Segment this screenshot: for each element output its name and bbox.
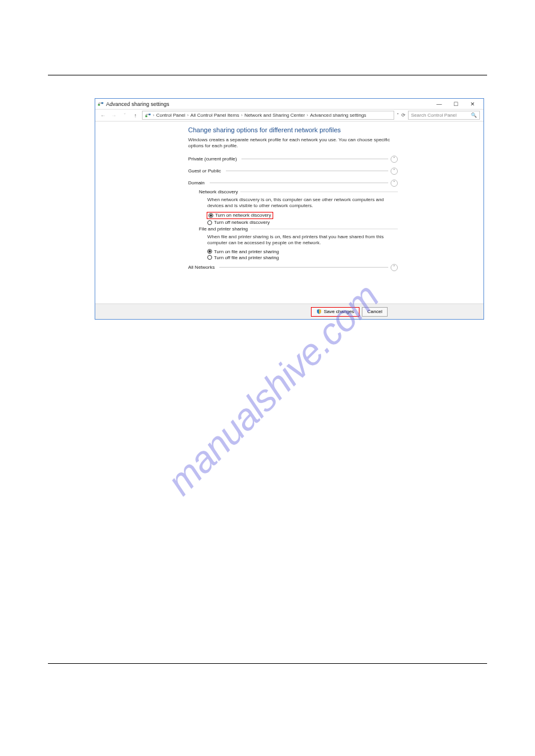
breadcrumb-sep: › <box>187 113 189 118</box>
sub-heading: Network discovery <box>199 189 398 195</box>
breadcrumb-item[interactable]: Advanced sharing settings <box>310 113 367 118</box>
sub-description: When file and printer sharing is on, fil… <box>207 234 398 247</box>
sub-heading-label: File and printer sharing <box>199 226 248 232</box>
save-changes-button[interactable]: Save changes <box>311 307 359 317</box>
breadcrumb-dropdown[interactable]: ˅ <box>397 113 399 118</box>
search-placeholder: Search Control Panel <box>411 113 457 118</box>
recent-dropdown[interactable]: ˅ <box>120 113 129 119</box>
search-input[interactable]: Search Control Panel 🔍 <box>408 111 480 120</box>
section-file-printer-sharing: File and printer sharing When file and p… <box>199 226 398 260</box>
window-advanced-sharing: Advanced sharing settings — ☐ ✕ ← → ˅ ↑ … <box>95 98 484 320</box>
sub-heading-label: Network discovery <box>199 189 238 195</box>
search-icon: 🔍 <box>471 113 477 118</box>
navigation-bar: ← → ˅ ↑ › Control Panel › All Control Pa… <box>95 110 483 122</box>
up-button[interactable]: ↑ <box>131 113 140 119</box>
breadcrumb-sep: › <box>153 113 155 118</box>
profile-label: Domain <box>188 180 205 186</box>
page-heading: Change sharing options for different net… <box>188 126 398 133</box>
profile-label: Private (current profile) <box>188 156 237 162</box>
forward-button[interactable]: → <box>110 113 118 119</box>
radio-label: Turn on file and printer sharing <box>214 249 279 254</box>
content-area: Change sharing options for different net… <box>95 122 483 271</box>
radio-label: Turn off file and printer sharing <box>214 255 279 260</box>
titlebar: Advanced sharing settings — ☐ ✕ <box>95 99 483 110</box>
breadcrumb[interactable]: › Control Panel › All Control Panel Item… <box>142 111 394 120</box>
page-divider-top <box>48 75 487 75</box>
radio-label: Turn off network discovery <box>214 220 270 225</box>
profile-private[interactable]: Private (current profile) ˅ <box>188 156 398 163</box>
radio-icon <box>207 220 212 225</box>
svg-rect-0 <box>98 104 100 106</box>
shield-icon <box>316 309 322 314</box>
divider-line <box>210 183 388 183</box>
breadcrumb-item[interactable]: Network and Sharing Center <box>244 113 305 118</box>
radio-icon <box>207 255 212 260</box>
divider-line <box>241 159 388 159</box>
breadcrumb-item[interactable]: Control Panel <box>156 113 185 118</box>
close-button[interactable]: ✕ <box>464 99 481 109</box>
page-description: Windows creates a separate network profi… <box>188 137 398 150</box>
sub-heading: File and printer sharing <box>199 226 398 232</box>
footer-bar: Save changes Cancel <box>95 303 483 319</box>
profile-label: Guest or Public <box>188 168 221 174</box>
page-divider-bottom <box>48 663 487 664</box>
breadcrumb-icon <box>145 113 151 119</box>
section-network-discovery: Network discovery When network discovery… <box>199 189 398 225</box>
radio-icon <box>207 249 212 254</box>
divider-line <box>250 229 398 229</box>
profile-label: All Networks <box>188 265 214 270</box>
cancel-button[interactable]: Cancel <box>362 307 388 317</box>
button-label: Save changes <box>324 309 354 314</box>
radio-label: Turn on network discovery <box>215 212 271 218</box>
divider-line <box>240 192 398 192</box>
radio-turn-on-discovery[interactable]: Turn on network discovery <box>208 212 271 218</box>
divider-line <box>219 267 388 268</box>
sub-description: When network discovery is on, this compu… <box>207 197 398 210</box>
chevron-down-icon[interactable]: ˅ <box>391 156 398 163</box>
profile-domain[interactable]: Domain ˄ <box>188 180 398 187</box>
breadcrumb-sep: › <box>307 113 309 118</box>
radio-icon <box>208 213 213 218</box>
breadcrumb-item[interactable]: All Control Panel Items <box>191 113 239 118</box>
radio-turn-on-file-sharing[interactable]: Turn on file and printer sharing <box>207 249 398 254</box>
maximize-button[interactable]: ☐ <box>448 99 464 109</box>
radio-turn-off-file-sharing[interactable]: Turn off file and printer sharing <box>207 255 398 260</box>
back-button[interactable]: ← <box>99 113 107 119</box>
highlight-red-box: Turn on network discovery <box>207 212 273 219</box>
refresh-button[interactable]: ⟳ <box>401 113 406 118</box>
chevron-down-icon[interactable]: ˅ <box>391 264 398 271</box>
network-icon <box>98 101 104 107</box>
divider-line <box>226 171 388 171</box>
minimize-button[interactable]: — <box>431 99 448 109</box>
breadcrumb-sep: › <box>241 113 243 118</box>
window-title: Advanced sharing settings <box>106 101 170 107</box>
svg-rect-2 <box>146 116 147 117</box>
chevron-down-icon[interactable]: ˅ <box>391 168 398 175</box>
button-label: Cancel <box>367 309 382 314</box>
radio-turn-off-discovery[interactable]: Turn off network discovery <box>207 220 398 225</box>
chevron-up-icon[interactable]: ˄ <box>391 180 398 187</box>
profile-guest[interactable]: Guest or Public ˅ <box>188 168 398 175</box>
profile-all-networks[interactable]: All Networks ˅ <box>188 264 398 271</box>
